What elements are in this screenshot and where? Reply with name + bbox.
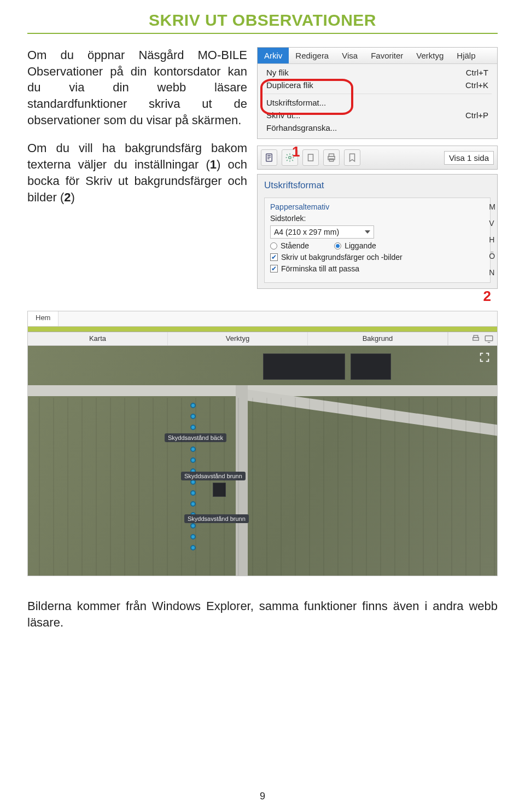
- menu-hjalp[interactable]: Hjälp: [450, 48, 482, 63]
- size-row: Sidstorlek:: [270, 214, 485, 223]
- print-icon[interactable]: [323, 149, 340, 166]
- menu-item-utskriftsformat[interactable]: Utskriftsformat...: [258, 96, 497, 109]
- bookmark-icon[interactable]: [344, 149, 360, 166]
- texture-line: [366, 398, 367, 576]
- radio-portrait-label: Stående: [281, 241, 309, 250]
- texture-line: [81, 398, 83, 576]
- col-bakgrund[interactable]: Bakgrund: [308, 332, 448, 345]
- menu-arkiv[interactable]: Arkiv: [258, 48, 289, 63]
- texture-line: [224, 398, 225, 576]
- inline-number-2: 2: [64, 190, 71, 204]
- menu-verktyg[interactable]: Verktyg: [410, 48, 450, 63]
- screenshot-column: Arkiv Redigera Visa Favoriter Verktyg Hj…: [257, 47, 498, 289]
- menu-visa[interactable]: Visa: [335, 48, 364, 63]
- instruction-text: Om du öppnar Näsgård MO-BILE Observation…: [27, 47, 247, 289]
- size-select-row: A4 (210 x 297 mm): [270, 225, 485, 239]
- checkbox-shrink-label: Förminska till att passa: [281, 264, 359, 273]
- side-label: H: [489, 235, 495, 244]
- zoom-select[interactable]: Visa 1 sida: [444, 151, 494, 165]
- bottom-paragraph: Bilderna kommer från Windows Explorer, s…: [0, 586, 525, 630]
- svg-rect-6: [473, 338, 479, 340]
- menu-label: Skriv ut...: [266, 111, 301, 120]
- select-value: A4 (210 x 297 mm): [274, 228, 339, 236]
- texture-line: [39, 398, 40, 576]
- page-title: SKRIV UT OBSERVATIONER: [27, 0, 498, 34]
- page-number: 9: [260, 791, 265, 802]
- checkbox-shrink-to-fit[interactable]: [270, 265, 278, 272]
- radio-landscape[interactable]: [334, 242, 341, 250]
- toolbar-right-controls: [448, 332, 497, 345]
- svg-point-1: [289, 156, 291, 159]
- aerial-image: Skyddsavstånd bäck Skyddsavstånd brunn S…: [28, 346, 497, 576]
- texture-line: [110, 398, 111, 576]
- doc-icon[interactable]: [261, 149, 277, 166]
- svg-rect-2: [308, 154, 313, 161]
- texture-line: [394, 398, 395, 576]
- texture-line: [309, 398, 310, 576]
- map-top-tabs: Hem: [28, 311, 497, 327]
- screen-small-icon[interactable]: [484, 334, 494, 344]
- texture-line: [281, 398, 282, 576]
- texture-line: [252, 398, 253, 576]
- page-setup-dialog: Utskriftsformat Pappersaltemativ Sidstor…: [257, 174, 498, 289]
- radio-portrait[interactable]: [270, 242, 277, 250]
- svg-rect-7: [474, 335, 478, 338]
- dialog-title: Utskriftsformat: [264, 180, 491, 191]
- menu-item-ny-flik[interactable]: Ny flik Ctrl+T: [258, 66, 497, 79]
- texture-line: [124, 398, 125, 576]
- fieldset-legend: Pappersaltemativ: [270, 202, 485, 211]
- cropped-right-labels: M V H Ö N: [489, 202, 495, 277]
- page-size-select[interactable]: A4 (210 x 297 mm): [270, 225, 374, 239]
- col-verktyg[interactable]: Verktyg: [168, 332, 308, 345]
- texture-line: [423, 398, 424, 576]
- browser-file-menu: Arkiv Redigera Visa Favoriter Verktyg Hj…: [257, 47, 498, 139]
- side-label: N: [489, 268, 495, 277]
- texture-line: [153, 398, 154, 576]
- print-small-icon[interactable]: [471, 334, 481, 344]
- menu-shortcut: Ctrl+T: [466, 68, 488, 77]
- menu-separator: [263, 94, 492, 94]
- fullscreen-icon[interactable]: [479, 351, 491, 363]
- menu-shortcut: Ctrl+K: [465, 80, 488, 90]
- menu-favoriter[interactable]: Favoriter: [364, 48, 410, 63]
- orientation-row: Stående Liggande: [270, 241, 485, 250]
- texture-line: [451, 398, 452, 576]
- col-karta[interactable]: Karta: [28, 332, 168, 345]
- menu-redigera[interactable]: Redigera: [289, 48, 335, 63]
- menu-dropdown-body: Ny flik Ctrl+T Duplicera flik Ctrl+K Uts…: [258, 64, 497, 138]
- texture-line: [209, 398, 211, 576]
- texture-line: [167, 398, 168, 576]
- radio-landscape-label: Liggande: [345, 241, 376, 250]
- annotation-number-1: 1: [292, 143, 300, 160]
- annotation-number-2: 2: [483, 288, 491, 305]
- tab-hem[interactable]: Hem: [28, 311, 59, 326]
- menu-label: Duplicera flik: [266, 80, 313, 90]
- menu-item-forhandsgranska[interactable]: Förhandsgranska...: [258, 121, 497, 134]
- menu-item-skriv-ut[interactable]: Skriv ut... Ctrl+P: [258, 109, 497, 121]
- menu-item-duplicera-flik[interactable]: Duplicera flik Ctrl+K: [258, 79, 497, 91]
- side-label: V: [489, 219, 495, 228]
- menu-shortcut: Ctrl+P: [465, 111, 488, 120]
- menu-label: Förhandsgranska...: [266, 123, 337, 132]
- texture-line: [295, 398, 296, 576]
- texture-line: [195, 398, 196, 576]
- texture-line: [352, 398, 353, 576]
- road-diagonal: [246, 390, 497, 440]
- texture-line: [380, 398, 381, 576]
- texture-line: [96, 398, 97, 576]
- print-bg-row: Skriv ut bakgrundsfärger och -bilder: [270, 253, 485, 262]
- paragraph-2: Om du vill ha bakgrundsfärg bakom texter…: [27, 140, 247, 205]
- texture-line: [238, 398, 239, 576]
- map-marker-label-3[interactable]: Skyddsavstånd brunn: [184, 514, 249, 523]
- building-1: [263, 353, 345, 380]
- texture-line: [266, 398, 267, 576]
- building-2: [351, 353, 391, 380]
- map-marker-label-2[interactable]: Skyddsavstånd brunn: [181, 472, 246, 480]
- texture-line: [323, 398, 324, 576]
- checkbox-print-background[interactable]: [270, 253, 278, 261]
- page-icon[interactable]: [302, 149, 319, 166]
- texture-line: [67, 398, 68, 576]
- map-screenshot: Hem Karta Verktyg Bakgrund Skyddsavstånd…: [27, 311, 498, 576]
- texture-line: [138, 398, 139, 576]
- svg-rect-8: [485, 336, 493, 341]
